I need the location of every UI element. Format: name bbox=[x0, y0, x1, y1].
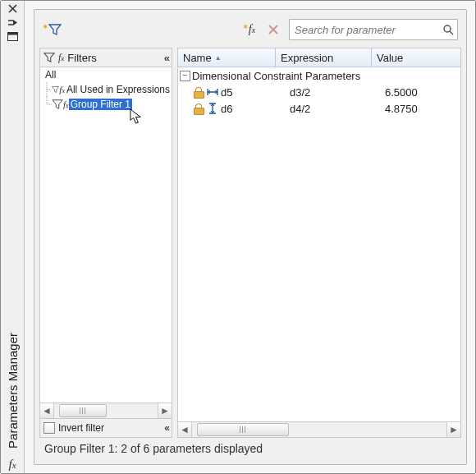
vertical-dim-icon bbox=[207, 104, 218, 113]
collapse-group-icon[interactable]: − bbox=[180, 71, 190, 81]
group-label: Dimensional Constraint Parameters bbox=[192, 70, 360, 82]
invert-filter-row[interactable]: Invert filter « bbox=[39, 419, 172, 438]
toolbar: ✶ ✶fx bbox=[39, 15, 461, 44]
new-filter-button[interactable]: ✶ bbox=[43, 21, 61, 39]
lock-icon bbox=[193, 87, 204, 97]
fx-mini-icon: fx bbox=[58, 52, 64, 64]
parameters-grid: Name▲ Expression Value − Dimensional Con… bbox=[177, 48, 461, 438]
grid-row[interactable]: d6 d4/2 4.8750 bbox=[178, 100, 460, 117]
grid-group-row[interactable]: − Dimensional Constraint Parameters bbox=[178, 67, 460, 84]
column-value[interactable]: Value bbox=[372, 48, 460, 67]
grid-body[interactable]: − Dimensional Constraint Parameters d5 bbox=[178, 67, 460, 421]
collapse-icon[interactable]: « bbox=[164, 422, 168, 434]
column-expression[interactable]: Expression bbox=[276, 48, 372, 67]
lock-icon bbox=[193, 104, 204, 113]
scroll-right-icon[interactable]: ► bbox=[446, 422, 460, 437]
search-input[interactable] bbox=[293, 23, 442, 37]
menu-icon[interactable] bbox=[7, 30, 19, 43]
filters-header-label: Filters bbox=[67, 52, 96, 64]
scroll-left-icon[interactable]: ◄ bbox=[178, 422, 192, 437]
cell-expression[interactable]: d3/2 bbox=[285, 86, 380, 99]
content: fx Filters « All fx All Used in Expressi… bbox=[39, 48, 461, 438]
grid-h-scrollbar[interactable]: ◄ ► bbox=[178, 421, 460, 437]
filter-item-group1[interactable]: fx Group Filter 1 bbox=[40, 97, 172, 112]
column-name[interactable]: Name▲ bbox=[178, 48, 276, 67]
palette-title: Parameters Manager bbox=[6, 333, 20, 449]
cell-value[interactable]: 4.8750 bbox=[380, 103, 460, 115]
panel: ✶ ✶fx bbox=[34, 9, 467, 465]
grid-row[interactable]: d5 d3/2 6.5000 bbox=[178, 84, 460, 100]
new-parameter-button[interactable]: ✶fx bbox=[240, 21, 258, 39]
scroll-thumb[interactable] bbox=[197, 423, 289, 436]
fx-icon: fx bbox=[4, 458, 21, 472]
sort-asc-icon: ▲ bbox=[215, 54, 222, 62]
status-bar: Group Filter 1: 2 of 6 parameters displa… bbox=[39, 438, 461, 459]
close-icon[interactable] bbox=[7, 2, 19, 15]
filters-h-scrollbar[interactable]: ◄ ► bbox=[39, 403, 172, 419]
window: Parameters Manager fx ✶ ✶fx bbox=[0, 0, 476, 474]
tree-connector-icon bbox=[44, 82, 53, 97]
filters-header[interactable]: fx Filters « bbox=[39, 48, 172, 67]
search-field[interactable] bbox=[289, 19, 458, 40]
scroll-right-icon[interactable]: ► bbox=[158, 403, 172, 418]
filters-tree[interactable]: All fx All Used in Expressions fx bbox=[39, 67, 172, 403]
cell-value[interactable]: 6.5000 bbox=[380, 86, 460, 99]
cell-name[interactable]: d5 bbox=[178, 86, 285, 99]
filter-icon bbox=[52, 99, 63, 110]
invert-checkbox[interactable] bbox=[43, 422, 55, 434]
filter-icon bbox=[52, 84, 59, 95]
filter-item-all[interactable]: All bbox=[40, 67, 172, 82]
svg-point-2 bbox=[444, 25, 451, 32]
cell-name[interactable]: d6 bbox=[178, 103, 285, 115]
palette-edge: Parameters Manager fx bbox=[1, 1, 25, 473]
filter-icon bbox=[43, 52, 55, 63]
status-text: Group Filter 1: 2 of 6 parameters displa… bbox=[44, 442, 263, 455]
filter-item-label: Group Filter 1 bbox=[69, 99, 132, 110]
fx-mini-icon: fx bbox=[59, 85, 65, 94]
collapse-icon[interactable]: « bbox=[164, 52, 168, 64]
invert-label: Invert filter bbox=[58, 422, 104, 434]
horizontal-dim-icon bbox=[207, 87, 218, 97]
pin-icon[interactable] bbox=[7, 16, 19, 29]
search-icon[interactable] bbox=[442, 24, 454, 35]
grid-header: Name▲ Expression Value bbox=[178, 48, 460, 67]
scroll-thumb[interactable] bbox=[59, 404, 107, 417]
tree-connector-icon bbox=[44, 97, 53, 112]
filters-panel: fx Filters « All fx All Used in Expressi… bbox=[39, 48, 172, 438]
delete-button[interactable] bbox=[264, 21, 282, 39]
cell-expression[interactable]: d4/2 bbox=[285, 103, 380, 115]
svg-rect-1 bbox=[7, 33, 17, 35]
filter-item-all-used[interactable]: fx All Used in Expressions bbox=[40, 82, 172, 97]
fx-mini-icon: fx bbox=[63, 99, 69, 109]
scroll-left-icon[interactable]: ◄ bbox=[40, 403, 54, 418]
